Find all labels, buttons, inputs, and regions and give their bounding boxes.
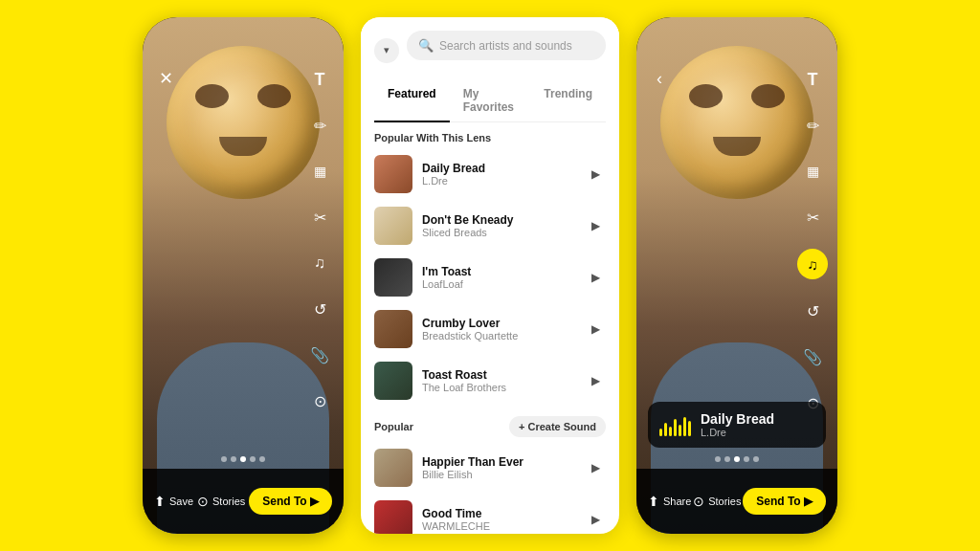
left-toolbar-right: ‹: [646, 65, 673, 92]
text-icon[interactable]: T: [305, 65, 334, 94]
song-artist-daily-bread: L.Dre: [422, 175, 575, 187]
back-button[interactable]: ‹: [646, 65, 673, 92]
share-button[interactable]: ⬆ Share: [648, 494, 691, 509]
music-card-artist: L.Dre: [701, 427, 814, 438]
dot-r1: [715, 456, 721, 462]
song-thumb-goodtime: [374, 500, 412, 534]
stories-button-left[interactable]: ⊙ Stories: [197, 494, 245, 509]
music-card[interactable]: Daily Bread L.Dre: [648, 402, 826, 448]
text-icon-right[interactable]: T: [798, 65, 827, 94]
song-artist-crumby: Breadstick Quartette: [422, 330, 575, 342]
dot-r5: [753, 456, 759, 462]
dot-4: [250, 456, 256, 462]
music-card-title: Daily Bread: [701, 411, 814, 427]
song-info-daily-bread: Daily Bread L.Dre: [422, 162, 575, 187]
page-indicators-right: [715, 456, 759, 462]
send-to-label-right: Send To ▶: [756, 495, 813, 508]
song-thumb-toastroast: [374, 362, 412, 400]
list-item[interactable]: Toast Roast The Loaf Brothers ▶: [361, 355, 619, 407]
tab-my-favorites[interactable]: My Favorites: [450, 79, 531, 121]
song-artist-happier: Billie Eilish: [422, 469, 575, 480]
send-to-label-left: Send To ▶: [262, 495, 319, 508]
list-item[interactable]: Crumby Lover Breadstick Quartette ▶: [361, 303, 619, 355]
music-active-icon[interactable]: ♫: [797, 249, 828, 279]
sticker-icon[interactable]: ▦: [305, 157, 334, 186]
song-thumb-kneady: [374, 207, 412, 245]
song-artist-kneady: Sliced Breads: [422, 227, 575, 238]
rotate-icon-right[interactable]: ↺: [798, 297, 827, 325]
link-icon-right[interactable]: 📎: [798, 342, 827, 371]
bread-mouth-right: [713, 137, 761, 156]
song-info-toastroast: Toast Roast The Loaf Brothers: [422, 368, 575, 393]
search-icon: 🔍: [418, 38, 434, 53]
send-to-button-right[interactable]: Send To ▶: [743, 488, 826, 515]
song-thumb-daily-bread: [374, 155, 412, 193]
link-icon[interactable]: 📎: [305, 341, 334, 369]
share-icon: ⬆: [648, 494, 659, 509]
scissors-icon[interactable]: ✂: [305, 203, 334, 231]
wave-bar-5: [679, 425, 681, 436]
song-info-kneady: Don't Be Kneady Sliced Breads: [422, 213, 575, 238]
tab-trending[interactable]: Trending: [530, 79, 606, 121]
list-item[interactable]: Happier Than Ever Billie Eilish ▶: [361, 442, 619, 494]
search-input[interactable]: Search artists and sounds: [439, 39, 594, 53]
play-button-toastroast[interactable]: ▶: [585, 370, 606, 391]
play-button-goodtime[interactable]: ▶: [585, 509, 606, 530]
dot-2: [231, 456, 236, 462]
list-item[interactable]: Daily Bread L.Dre ▶: [361, 148, 619, 200]
wave-bar-4: [674, 419, 677, 436]
play-button-happier[interactable]: ▶: [585, 457, 606, 478]
song-thumb-happier: [374, 449, 412, 487]
left-toolbar: ✕: [152, 65, 179, 92]
send-to-button-left[interactable]: Send To ▶: [249, 488, 332, 515]
wave-bar-1: [659, 429, 662, 436]
close-button[interactable]: ✕: [152, 65, 179, 92]
song-info-happier: Happier Than Ever Billie Eilish: [422, 455, 575, 480]
left-phone: ✕ T ✏ ▦ ✂ ♫ ↺: [143, 17, 344, 534]
scissors-icon-right[interactable]: ✂: [798, 203, 827, 231]
play-button-toast[interactable]: ▶: [585, 267, 606, 288]
main-container: ✕ T ✏ ▦ ✂ ♫ ↺: [0, 0, 980, 551]
section-popular-with-lens: Popular With This Lens: [361, 122, 619, 148]
play-button-kneady[interactable]: ▶: [585, 215, 606, 236]
play-button-daily-bread[interactable]: ▶: [585, 164, 606, 185]
song-title-kneady: Don't Be Kneady: [422, 213, 575, 227]
dot-r3-active: [734, 456, 740, 462]
create-sound-button[interactable]: + Create Sound: [509, 416, 606, 437]
bottom-bar-right: ⬆ Share ⊙ Stories Send To ▶: [636, 469, 837, 534]
list-item[interactable]: Don't Be Kneady Sliced Breads ▶: [361, 200, 619, 252]
list-item[interactable]: I'm Toast LoafLoaf ▶: [361, 252, 619, 303]
stories-button-right[interactable]: ⊙ Stories: [693, 494, 741, 509]
play-button-crumby[interactable]: ▶: [585, 319, 606, 340]
list-item[interactable]: Good Time WARMLECHE ▶: [361, 494, 619, 534]
right-toolbar: T ✏ ▦ ✂ ♫ ↺ 📎: [305, 65, 334, 415]
music-panel: ▾ 🔍 Search artists and sounds Featured M…: [361, 17, 619, 534]
song-thumb-crumby: [374, 310, 412, 348]
right-toolbar-right: T ✏ ▦ ✂ ♫ ↺ 📎: [797, 65, 828, 417]
song-title-happier: Happier Than Ever: [422, 455, 575, 469]
dot-r4: [744, 456, 749, 462]
save-button[interactable]: ⬆ Save: [154, 494, 193, 509]
song-title-toast: I'm Toast: [422, 265, 575, 278]
song-info-crumby: Crumby Lover Breadstick Quartette: [422, 317, 575, 342]
pencil-icon[interactable]: ✏: [305, 111, 334, 140]
timer-icon[interactable]: ⊙: [305, 386, 334, 415]
wave-bar-3: [669, 427, 672, 436]
bread-face: [167, 46, 320, 199]
chevron-down-button[interactable]: ▾: [374, 38, 399, 63]
tab-featured[interactable]: Featured: [374, 79, 450, 121]
pencil-icon-right[interactable]: ✏: [798, 111, 827, 140]
wave-bar-6: [683, 417, 686, 436]
song-title-goodtime: Good Time: [422, 507, 575, 520]
dot-1: [221, 456, 227, 462]
stories-icon-right: ⊙: [693, 494, 704, 509]
bread-face-right: [660, 46, 813, 199]
music-icon[interactable]: ♫: [305, 249, 334, 277]
song-title-crumby: Crumby Lover: [422, 317, 575, 330]
sticker-icon-right[interactable]: ▦: [798, 157, 827, 186]
dot-5: [259, 456, 265, 462]
rotate-icon[interactable]: ↺: [305, 295, 334, 323]
bread-mouth: [219, 137, 267, 156]
song-title-daily-bread: Daily Bread: [422, 162, 575, 175]
music-wave: [659, 413, 691, 436]
